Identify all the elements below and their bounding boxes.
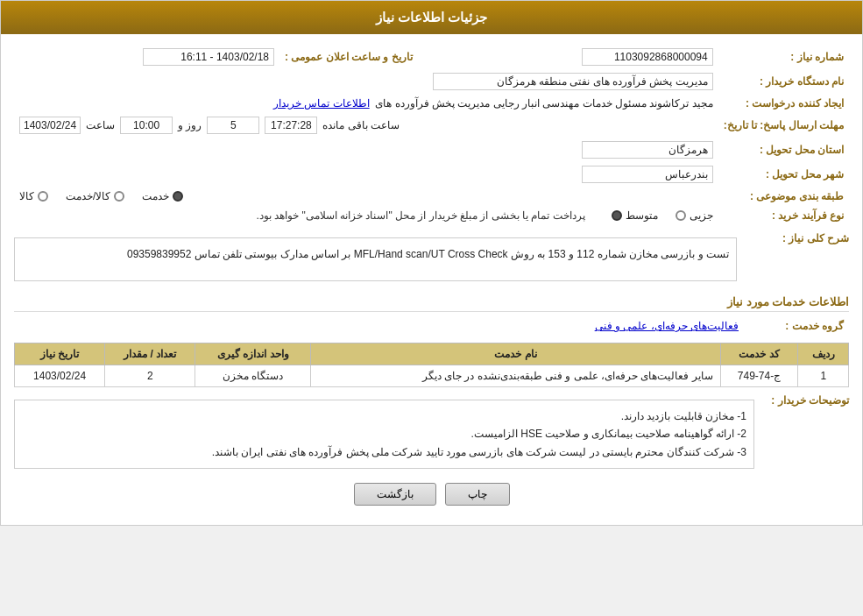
radio-kala[interactable]: کالا	[19, 190, 48, 202]
tarikh-aelan-value: 1403/02/18 - 16:11	[143, 48, 274, 66]
col-vahed: واحد اندازه گیری	[195, 343, 311, 365]
tabaqebandi-label: طبقه بندی موضوعی :	[718, 187, 849, 206]
table-row: 1 ج-74-749 سایر فعالیت‌های حرفه‌ای، علمی…	[15, 365, 849, 387]
tozihat-value: 1- مخازن قابلیت بازدید دارند.2- ارائه گو…	[14, 400, 754, 469]
cell-nam: سایر فعالیت‌های حرفه‌ای، علمی و فنی طبقه…	[311, 365, 720, 387]
radio-jozii[interactable]: جزیی	[676, 209, 713, 222]
groh-khadamat-table: گروه خدمت : فعالیت‌های حرفه‌ای، علمی و ف…	[14, 316, 849, 336]
groh-khadamat-value[interactable]: فعالیت‌های حرفه‌ای، علمی و فنی	[595, 320, 739, 332]
cell-kod: ج-74-749	[720, 365, 798, 387]
services-table: ردیف کد خدمت نام خدمت واحد اندازه گیری ت…	[14, 343, 849, 387]
noe-farayand-note: پرداخت تمام یا بخشی از مبلغ خریدار از مح…	[256, 209, 584, 222]
sharh-kolli-label: شرح کلی نیاز :	[744, 232, 849, 244]
ijad-konande-value: مجید ترکاشوند مسئول خدمات مهندسی انبار ر…	[375, 97, 712, 110]
col-kod: کد خدمت	[720, 343, 798, 365]
cell-tarikh: 1403/02/24	[15, 365, 105, 387]
khadamat-radio[interactable]	[173, 191, 183, 202]
saat-pasokh-value: 10:00	[120, 117, 173, 134]
saat-label: ساعت	[86, 119, 115, 131]
khadamat-label: خدمت	[142, 190, 169, 202]
sharh-kolli-value: تست و بازرسی مخازن شماره 112 و 153 به رو…	[14, 237, 737, 281]
nam-dastgah-label: نام دستگاه خریدار :	[718, 69, 849, 94]
radio-kala-khadamat[interactable]: کالا/خدمت	[66, 190, 124, 202]
shahr-value: بندرعباس	[582, 166, 713, 183]
saat-baghi-label: ساعت باقی مانده	[322, 119, 400, 131]
radio-khadamat[interactable]: خدمت	[142, 190, 183, 202]
cell-tedad: 2	[105, 365, 195, 387]
tozihat-label: توضیحات خریدار :	[761, 394, 849, 407]
mohlat-ersal-label: مهلت ارسال پاسخ: تا تاریخ:	[718, 113, 849, 138]
jozii-label: جزیی	[690, 209, 713, 222]
roz-label: روز و	[178, 119, 202, 131]
main-info-table: شماره نیاز : 1103092868000094 تاریخ و سا…	[14, 45, 849, 225]
shahr-label: شهر محل تحویل :	[718, 162, 849, 187]
countdown-value: 17:27:28	[265, 117, 317, 134]
jozii-radio[interactable]	[676, 210, 686, 221]
ettelaat-tamas-link[interactable]: اطلاعات تماس خریدار	[273, 97, 370, 110]
kala-radio[interactable]	[38, 191, 48, 202]
shomare-niaz-label: شماره نیاز :	[718, 45, 849, 69]
mottavassat-label: متوسط	[626, 209, 658, 222]
etelaat-khadamat-title: اطلاعات خدمات مورد نیاز	[14, 295, 849, 312]
shomare-niaz-value: 1103092868000094	[582, 48, 713, 66]
page-title: جزئیات اطلاعات نیاز	[376, 10, 487, 25]
tarikh-pasokh-value: 1403/02/24	[19, 117, 81, 134]
radio-mottavassat[interactable]: متوسط	[612, 209, 658, 222]
roz-value: 5	[207, 117, 259, 134]
cell-vahed: دستگاه مخزن	[195, 365, 311, 387]
col-radif: ردیف	[798, 343, 849, 365]
noe-farayand-label: نوع فرآیند خرید :	[718, 206, 849, 225]
kala-khadamat-label: کالا/خدمت	[66, 190, 110, 202]
ijad-konande-label: ایجاد کننده درخواست :	[718, 94, 849, 113]
bazgasht-button[interactable]: بازگشت	[354, 483, 436, 506]
groh-khadamat-label: گروه خدمت :	[744, 316, 849, 336]
col-tedad: تعداد / مقدار	[105, 343, 195, 365]
page-header: جزئیات اطلاعات نیاز	[1, 1, 862, 34]
ostan-value: هرمزگان	[582, 141, 713, 159]
kala-label: کالا	[19, 190, 34, 202]
mottavassat-radio[interactable]	[612, 210, 622, 221]
tarikh-aelan-label: تاریخ و ساعت اعلان عمومی :	[279, 45, 418, 69]
ostan-label: استان محل تحویل :	[718, 138, 849, 162]
kala-khadamat-radio[interactable]	[114, 191, 124, 202]
chap-button[interactable]: چاپ	[445, 483, 510, 506]
nam-dastgah-value: مدیریت پخش فرآورده های نفتی منطقه هرمزگا…	[433, 73, 713, 90]
cell-radif: 1	[798, 365, 849, 387]
action-buttons: چاپ بازگشت	[14, 483, 849, 506]
col-tarikh: تاریخ نیاز	[15, 343, 105, 365]
col-nam: نام خدمت	[311, 343, 720, 365]
